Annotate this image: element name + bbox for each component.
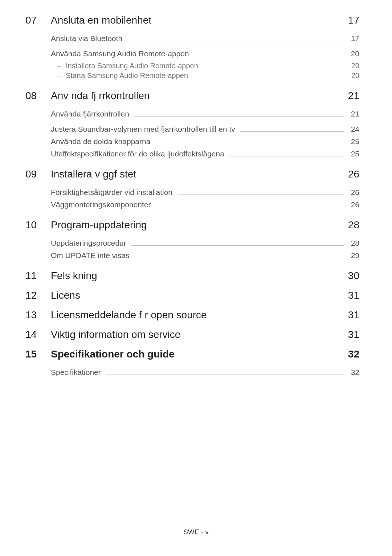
toc-section: 11Fels kning30 xyxy=(25,270,359,282)
toc-entry[interactable]: Använda de dolda knapparna25 xyxy=(51,137,359,146)
dash-icon: – xyxy=(57,62,61,70)
toc-section: 08Anv nda fj rrkontrollen21Använda fjärr… xyxy=(25,90,359,158)
toc-entry-group: Justera Soundbar-volymen med fjärrkontro… xyxy=(51,125,359,158)
toc-entries: Ansluta via Bluetooth17Använda Samsung A… xyxy=(51,34,359,80)
section-title: Licensmeddelande f r open source xyxy=(51,309,348,321)
entry-title: Använda de dolda knapparna xyxy=(51,137,150,146)
subentry-page: 20 xyxy=(348,71,359,80)
section-title: Ansluta en mobilenhet xyxy=(51,15,348,26)
section-title: Program-uppdatering xyxy=(51,219,348,231)
toc-entry-group: Använda Samsung Audio Remote-appen20–Ins… xyxy=(51,49,359,80)
page-footer: SWE - v xyxy=(0,528,392,536)
toc-section-heading[interactable]: 07Ansluta en mobilenhet17 xyxy=(25,15,359,26)
section-page: 28 xyxy=(348,219,359,231)
toc-section: 10Program-uppdatering28Uppdateringsproce… xyxy=(25,219,359,260)
section-title: Specifikationer och guide xyxy=(51,348,348,360)
toc-section-heading[interactable]: 12Licens31 xyxy=(25,290,359,301)
toc-entry[interactable]: Använda Samsung Audio Remote-appen20 xyxy=(51,49,359,58)
entry-page: 24 xyxy=(348,125,359,134)
subentry-title: Starta Samsung Audio Remote-appen xyxy=(66,71,188,80)
section-number: 08 xyxy=(25,90,51,102)
leader-line xyxy=(155,144,344,144)
section-number: 14 xyxy=(25,329,51,340)
entry-title: Använda Samsung Audio Remote-appen xyxy=(51,49,189,58)
leader-line xyxy=(135,258,344,258)
section-number: 09 xyxy=(25,168,51,180)
toc-entry[interactable]: Väggmonteringskomponenter26 xyxy=(51,200,359,209)
toc-section: 15Specifikationer och guide32Specifikati… xyxy=(25,348,359,377)
toc-entry-group: Ansluta via Bluetooth17 xyxy=(51,34,359,43)
toc-section-heading[interactable]: 08Anv nda fj rrkontrollen21 xyxy=(25,90,359,102)
toc-entry-group: Specifikationer32 xyxy=(51,368,359,377)
entry-page: 32 xyxy=(348,368,359,377)
toc-section-heading[interactable]: 14Viktig information om service31 xyxy=(25,329,359,340)
section-page: 26 xyxy=(348,168,359,180)
leader-line xyxy=(127,41,344,41)
leader-line xyxy=(131,245,344,246)
section-number: 07 xyxy=(25,15,51,26)
section-page: 31 xyxy=(348,309,359,321)
entry-title: Försiktighetsåtgärder vid installation xyxy=(51,188,172,197)
toc-section-heading[interactable]: 11Fels kning30 xyxy=(25,270,359,282)
leader-line xyxy=(203,68,344,68)
entry-page: 26 xyxy=(348,200,359,209)
section-number: 13 xyxy=(25,309,51,321)
entry-page: 25 xyxy=(348,150,359,158)
toc-section: 13Licensmeddelande f r open source31 xyxy=(25,309,359,321)
leader-line xyxy=(177,195,344,195)
toc-section-heading[interactable]: 09Installera v ggf stet26 xyxy=(25,168,359,180)
toc-entry[interactable]: Uteffektspecifikationer för de olika lju… xyxy=(51,150,359,158)
section-title: Viktig information om service xyxy=(51,329,348,340)
leader-line xyxy=(229,156,344,156)
section-page: 32 xyxy=(348,348,359,360)
toc-entry[interactable]: Justera Soundbar-volymen med fjärrkontro… xyxy=(51,125,359,134)
leader-line xyxy=(194,56,344,56)
section-page: 30 xyxy=(348,270,359,282)
entry-page: 28 xyxy=(348,239,359,248)
toc-entry-group: Uppdateringsprocedur28Om UPDATE inte vis… xyxy=(51,239,359,260)
entry-page: 25 xyxy=(348,137,359,146)
section-number: 12 xyxy=(25,290,51,301)
entry-title: Justera Soundbar-volymen med fjärrkontro… xyxy=(51,125,235,134)
section-number: 15 xyxy=(25,348,51,360)
leader-line xyxy=(106,375,344,375)
toc-subentry[interactable]: –Starta Samsung Audio Remote-appen20 xyxy=(57,71,359,80)
section-page: 21 xyxy=(348,90,359,102)
entry-page: 17 xyxy=(348,34,359,43)
toc-entry[interactable]: Specifikationer32 xyxy=(51,368,359,377)
toc-entry[interactable]: Ansluta via Bluetooth17 xyxy=(51,34,359,43)
entry-title: Uppdateringsprocedur xyxy=(51,239,126,248)
toc-entry[interactable]: Om UPDATE inte visas29 xyxy=(51,251,359,260)
entry-title: Väggmonteringskomponenter xyxy=(51,200,151,209)
entry-title: Specifikationer xyxy=(51,368,101,377)
leader-line xyxy=(193,78,344,78)
entry-title: Använda fjärrkontrollen xyxy=(51,110,129,118)
toc-entry-group: Använda fjärrkontrollen21 xyxy=(51,110,359,118)
toc-entry[interactable]: Använda fjärrkontrollen21 xyxy=(51,110,359,118)
section-number: 10 xyxy=(25,219,51,231)
toc-entry[interactable]: Uppdateringsprocedur28 xyxy=(51,239,359,248)
toc-section: 14Viktig information om service31 xyxy=(25,329,359,340)
toc-entry[interactable]: Försiktighetsåtgärder vid installation26 xyxy=(51,188,359,197)
entry-title: Ansluta via Bluetooth xyxy=(51,34,122,43)
toc-section: 12Licens31 xyxy=(25,290,359,301)
leader-line xyxy=(134,116,344,116)
toc-entries: Använda fjärrkontrollen21Justera Soundba… xyxy=(51,110,359,158)
toc-section: 07Ansluta en mobilenhet17Ansluta via Blu… xyxy=(25,15,359,80)
toc-subentry[interactable]: –Installera Samsung Audio Remote-appen20 xyxy=(57,62,359,70)
section-page: 17 xyxy=(348,15,359,26)
entry-title: Om UPDATE inte visas xyxy=(51,251,130,260)
toc-section-heading[interactable]: 13Licensmeddelande f r open source31 xyxy=(25,309,359,321)
leader-line xyxy=(240,131,344,132)
section-title: Fels kning xyxy=(51,270,348,282)
section-title: Anv nda fj rrkontrollen xyxy=(51,90,348,102)
entry-page: 29 xyxy=(348,251,359,260)
toc-entries: Uppdateringsprocedur28Om UPDATE inte vis… xyxy=(51,239,359,260)
toc-entries: Specifikationer32 xyxy=(51,368,359,377)
toc-section-heading[interactable]: 15Specifikationer och guide32 xyxy=(25,348,359,360)
table-of-contents: 07Ansluta en mobilenhet17Ansluta via Blu… xyxy=(25,15,359,377)
toc-section-heading[interactable]: 10Program-uppdatering28 xyxy=(25,219,359,231)
entry-page: 26 xyxy=(348,188,359,197)
toc-entries: Försiktighetsåtgärder vid installation26… xyxy=(51,188,359,209)
section-number: 11 xyxy=(25,270,51,282)
